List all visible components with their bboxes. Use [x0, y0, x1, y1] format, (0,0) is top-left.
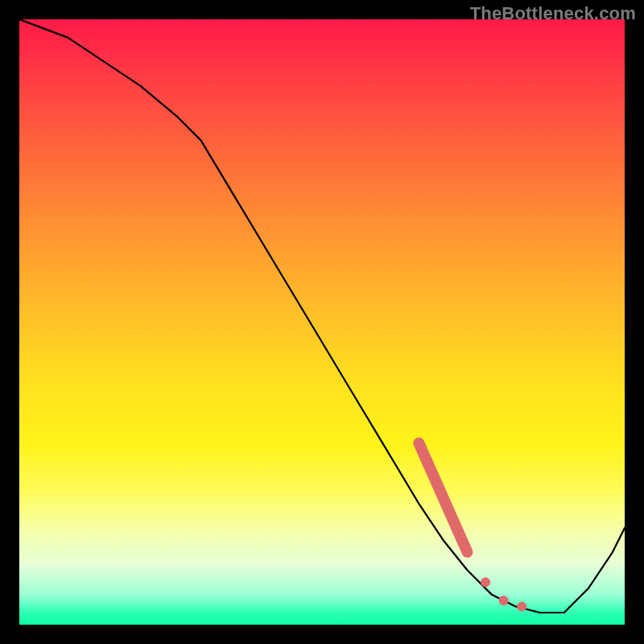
chart-stage: TheBottleneck.com: [0, 0, 644, 644]
bottleneck-curve: [19, 19, 625, 613]
highlight-dot-a: [481, 577, 490, 587]
chart-svg: [19, 19, 625, 625]
watermark-label: TheBottleneck.com: [470, 3, 636, 24]
highlight-segment: [419, 443, 467, 551]
plot-area: [19, 19, 625, 625]
highlight-dot-b: [499, 596, 509, 605]
highlight-dot-c: [517, 601, 526, 611]
